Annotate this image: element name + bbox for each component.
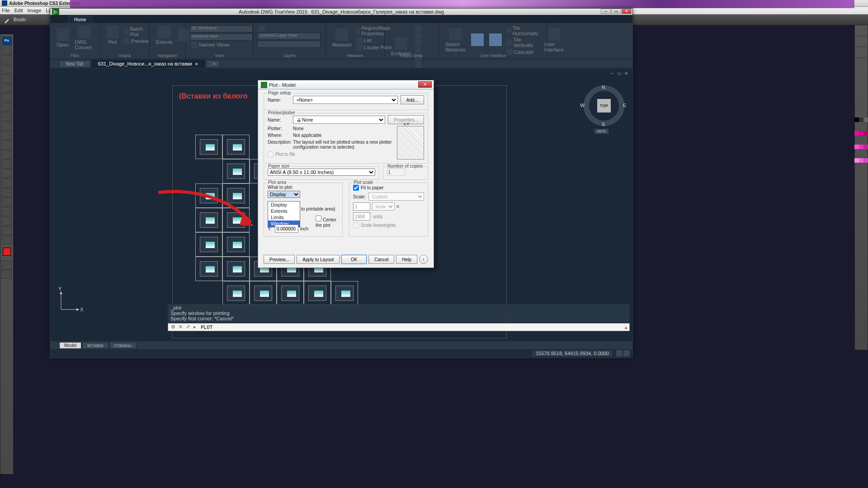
ok-button[interactable]: OK bbox=[341, 255, 367, 264]
dwg-convert-button[interactable]: DWG Convert bbox=[72, 25, 96, 51]
qat-open-icon[interactable] bbox=[61, 9, 67, 14]
batch-plot-button[interactable]: Batch Plot bbox=[122, 26, 151, 38]
file-tab-active[interactable]: 631_Divage_Новоси...я_заказ на вставки✕ bbox=[91, 60, 205, 68]
menu-image[interactable]: Image bbox=[28, 8, 42, 13]
osnap-icon[interactable] bbox=[413, 39, 425, 47]
view-cube[interactable]: TOP N S E W WCS bbox=[584, 85, 624, 126]
what-to-plot-select[interactable]: Display bbox=[268, 191, 300, 198]
notes-tool-icon[interactable] bbox=[2, 207, 12, 216]
osnap-icon[interactable] bbox=[413, 61, 425, 68]
gradient-tool-icon[interactable] bbox=[2, 141, 12, 150]
preview-button[interactable]: Preview bbox=[122, 38, 151, 45]
panel-icon[interactable] bbox=[856, 37, 867, 47]
cmd-close-icon[interactable]: ✕ bbox=[177, 324, 184, 330]
viewcube-wcs[interactable]: WCS bbox=[594, 129, 609, 134]
status-icon[interactable] bbox=[623, 350, 630, 357]
viewcube-top-face[interactable]: TOP bbox=[597, 99, 611, 113]
cmd-recent-icon[interactable]: ↗ bbox=[184, 324, 191, 330]
menu-edit[interactable]: Edit bbox=[14, 8, 23, 13]
photoshop-right-dock[interactable] bbox=[854, 25, 868, 350]
file-tab-add[interactable]: + bbox=[206, 60, 220, 68]
printer-name-select[interactable]: 🖨 None bbox=[293, 116, 386, 124]
doc-close-icon[interactable]: ✕ bbox=[623, 71, 629, 76]
crop-tool-icon[interactable] bbox=[2, 74, 12, 83]
screenmode-icon[interactable] bbox=[2, 270, 12, 279]
osnap-icon[interactable] bbox=[413, 47, 425, 54]
extents-button[interactable]: Extents bbox=[153, 25, 175, 46]
blur-tool-icon[interactable] bbox=[2, 150, 12, 159]
open-button[interactable]: Open bbox=[54, 28, 72, 48]
quickmask-icon[interactable] bbox=[2, 260, 12, 269]
status-icon[interactable] bbox=[616, 350, 623, 357]
preview-button[interactable]: Preview... bbox=[264, 255, 295, 264]
dwg-titlebar[interactable]: Autodesk DWG TrueView 2015 631_Divage_Но… bbox=[50, 9, 632, 15]
pen-tool-icon[interactable] bbox=[2, 169, 12, 178]
layer-props-button[interactable] bbox=[257, 25, 269, 32]
paper-size-select[interactable]: ANSI A (8.50 x 11.00 Inches) bbox=[268, 169, 375, 176]
foreground-color-swatch[interactable] bbox=[3, 248, 11, 256]
heal-tool-icon[interactable] bbox=[2, 93, 12, 102]
eraser-tool-icon[interactable] bbox=[2, 131, 12, 140]
file-tab-new[interactable]: New Tab bbox=[59, 60, 90, 68]
view-combo[interactable]: Unsaved View bbox=[189, 33, 253, 41]
osnap-icon[interactable] bbox=[413, 25, 425, 32]
dwg-logo-icon[interactable] bbox=[52, 9, 59, 15]
measure-button[interactable]: Measure bbox=[330, 28, 354, 48]
dropdown-option-display[interactable]: Display bbox=[268, 202, 300, 208]
color-swatches-panel[interactable] bbox=[854, 117, 868, 172]
layer-state-combo[interactable]: Unsaved Layer State bbox=[257, 33, 321, 40]
minimize-button[interactable]: ─ bbox=[601, 9, 611, 14]
help-button[interactable]: Help bbox=[396, 255, 417, 264]
ribbon-tabstrip[interactable]: Home bbox=[50, 15, 632, 23]
plot-offset-y-input[interactable] bbox=[275, 225, 298, 233]
pagesetup-add-button[interactable]: Add... bbox=[401, 95, 424, 104]
tile-h-button[interactable]: Tile Horizontally bbox=[505, 25, 542, 37]
what-to-plot-dropdown[interactable]: Display Extents Limits Window bbox=[268, 201, 300, 227]
eyedropper-tool-icon[interactable] bbox=[2, 216, 12, 225]
copies-input[interactable] bbox=[387, 169, 405, 176]
maximize-button[interactable]: ▭ bbox=[611, 9, 621, 14]
zoom-tool-icon[interactable] bbox=[2, 235, 12, 244]
named-views-button[interactable]: Named Views bbox=[189, 41, 250, 48]
plot-close-button[interactable]: ✕ bbox=[418, 81, 432, 88]
quick-access-toolbar[interactable] bbox=[50, 9, 92, 15]
tile-v-button[interactable]: Tile Vertically bbox=[505, 37, 542, 48]
layout-tab-model[interactable]: Model bbox=[59, 342, 81, 349]
layout-tab-1[interactable]: вставки bbox=[82, 342, 108, 349]
dropdown-option-limits[interactable]: Limits bbox=[268, 214, 300, 221]
qat-undo-icon[interactable] bbox=[75, 9, 82, 14]
cancel-button[interactable]: Cancel bbox=[368, 255, 394, 264]
file-tabstrip[interactable]: New Tab 631_Divage_Новоси...я_заказ на в… bbox=[50, 59, 632, 68]
switch-windows-button[interactable]: Switch Windows bbox=[443, 27, 468, 53]
panel-icon[interactable] bbox=[856, 48, 867, 58]
pagesetup-name-select[interactable]: <None> bbox=[293, 96, 398, 104]
ui-button[interactable]: User Interface bbox=[542, 27, 566, 53]
center-plot-checkbox[interactable] bbox=[316, 216, 321, 221]
shape-tool-icon[interactable] bbox=[2, 197, 12, 206]
close-button[interactable]: ✕ bbox=[622, 9, 632, 14]
tabs-button2[interactable] bbox=[486, 33, 505, 48]
layout-tabstrip[interactable]: Model вставки стаканы bbox=[50, 341, 632, 349]
dropdown-option-extents[interactable]: Extents bbox=[268, 208, 300, 214]
panel-icon[interactable] bbox=[856, 26, 867, 36]
fit-to-paper-checkbox[interactable] bbox=[353, 185, 359, 191]
slice-tool-icon[interactable] bbox=[2, 84, 12, 93]
type-tool-icon[interactable] bbox=[2, 178, 12, 188]
path-tool-icon[interactable] bbox=[2, 188, 12, 197]
osnap-icon[interactable] bbox=[413, 32, 425, 39]
qat-plot-icon[interactable] bbox=[68, 9, 75, 14]
stamp-tool-icon[interactable] bbox=[2, 112, 12, 121]
marquee-tool-icon[interactable] bbox=[2, 55, 12, 64]
layer-combo[interactable] bbox=[257, 41, 321, 48]
cmd-customize-icon[interactable]: ⚙ bbox=[170, 324, 176, 330]
tabs-button1[interactable] bbox=[468, 33, 486, 48]
qat-redo-icon[interactable] bbox=[83, 9, 89, 14]
dodge-tool-icon[interactable] bbox=[2, 160, 12, 169]
lasso-tool-icon[interactable] bbox=[2, 65, 12, 74]
command-line[interactable]: ⚙ ✕ ↗ ▸ ▴ bbox=[168, 323, 630, 331]
move-tool-icon[interactable] bbox=[2, 46, 12, 55]
plot-dialog-titlebar[interactable]: Plot - Model ✕ bbox=[258, 80, 434, 89]
expand-dialog-button[interactable]: › bbox=[419, 255, 428, 264]
close-tab-icon[interactable]: ✕ bbox=[195, 62, 198, 66]
command-input[interactable] bbox=[201, 324, 625, 330]
